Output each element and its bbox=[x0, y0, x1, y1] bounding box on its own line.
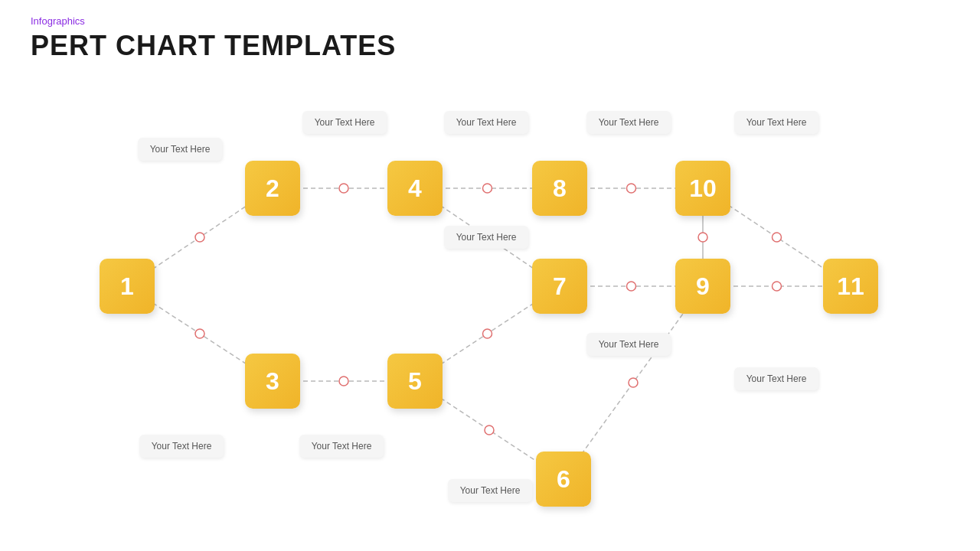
text-box-tb11: Your Text Here bbox=[448, 479, 532, 502]
text-box-tb4: Your Text Here bbox=[586, 111, 671, 134]
svg-point-27 bbox=[698, 233, 707, 242]
svg-point-7 bbox=[483, 184, 492, 193]
node-n11: 11 bbox=[823, 259, 878, 314]
text-box-tb6: Your Text Here bbox=[444, 226, 528, 249]
node-n9: 9 bbox=[675, 259, 730, 314]
svg-point-11 bbox=[773, 233, 782, 242]
svg-point-1 bbox=[195, 233, 204, 242]
node-n2: 2 bbox=[245, 161, 300, 216]
header: Infographics PERT CHART TEMPLATES bbox=[31, 15, 396, 62]
text-box-tb9: Your Text Here bbox=[139, 435, 224, 458]
node-n10: 10 bbox=[675, 161, 730, 216]
node-n7: 7 bbox=[532, 259, 587, 314]
svg-point-15 bbox=[339, 377, 348, 386]
svg-point-19 bbox=[485, 425, 494, 435]
svg-point-23 bbox=[627, 282, 636, 291]
node-n3: 3 bbox=[245, 354, 300, 409]
main-title: PERT CHART TEMPLATES bbox=[31, 30, 396, 62]
text-box-tb2: Your Text Here bbox=[302, 111, 387, 134]
node-n1: 1 bbox=[100, 259, 155, 314]
node-n8: 8 bbox=[532, 161, 587, 216]
text-box-tb5: Your Text Here bbox=[734, 111, 818, 134]
text-box-tb7: Your Text Here bbox=[586, 333, 671, 356]
svg-line-20 bbox=[564, 286, 703, 479]
svg-point-21 bbox=[629, 378, 638, 387]
text-box-tb3: Your Text Here bbox=[444, 111, 528, 134]
svg-point-5 bbox=[339, 184, 348, 193]
svg-point-25 bbox=[773, 282, 782, 291]
node-n5: 5 bbox=[387, 354, 443, 409]
category-label: Infographics bbox=[31, 15, 396, 27]
text-box-tb8: Your Text Here bbox=[734, 367, 818, 390]
svg-point-17 bbox=[483, 329, 492, 338]
svg-point-3 bbox=[195, 329, 204, 338]
text-box-tb1: Your Text Here bbox=[138, 138, 222, 161]
svg-point-9 bbox=[627, 184, 636, 193]
text-box-tb10: Your Text Here bbox=[299, 435, 384, 458]
node-n4: 4 bbox=[387, 161, 443, 216]
node-n6: 6 bbox=[536, 452, 591, 507]
